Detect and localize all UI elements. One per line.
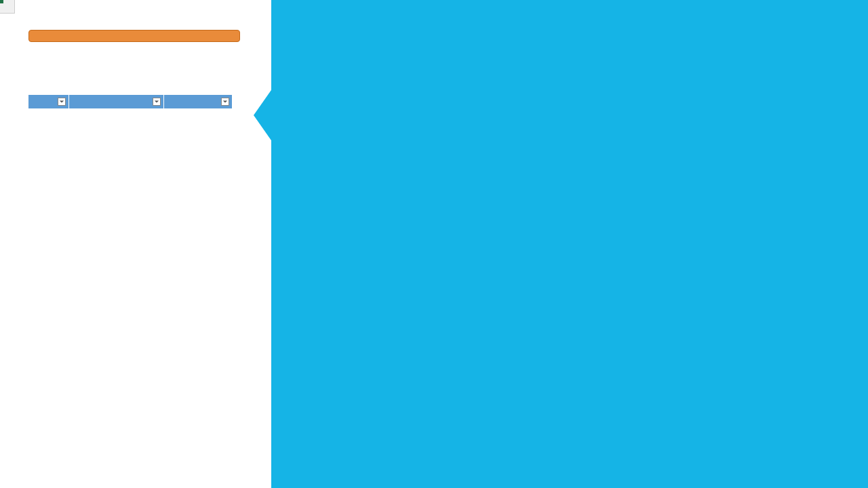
instruction-callout (28, 30, 240, 42)
slide-title (542, 97, 597, 391)
filter-icon[interactable] (221, 98, 229, 106)
table-header-row (28, 95, 232, 108)
title-slide-panel (271, 0, 868, 488)
col-header-month[interactable] (28, 95, 69, 108)
col-header-salesperson[interactable] (69, 95, 164, 108)
data-table (28, 95, 232, 108)
spreadsheet-area (0, 0, 271, 488)
select-all-corner[interactable] (0, 0, 15, 14)
panel-pointer (254, 88, 273, 142)
filter-icon[interactable] (153, 98, 161, 106)
col-header-aggregate[interactable] (164, 95, 232, 108)
filter-icon[interactable] (58, 98, 66, 106)
